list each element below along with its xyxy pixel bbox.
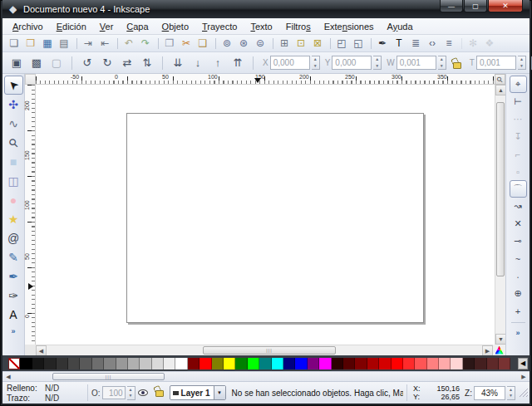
snap-rotation-center-button[interactable]: + (510, 302, 527, 320)
node-tool[interactable]: ✣ (4, 95, 23, 114)
palette-swatch[interactable] (8, 358, 20, 369)
save-button[interactable]: ▦ (39, 36, 56, 51)
canvas[interactable] (36, 85, 495, 345)
palette-swatch[interactable] (355, 358, 367, 369)
snapbar-overflow-chevron[interactable]: » (515, 329, 520, 337)
snap-smooth-nodes-button[interactable]: ~ (510, 250, 527, 267)
snap-enable-button[interactable]: ⌖ (510, 76, 527, 93)
palette-swatch[interactable] (392, 358, 403, 369)
star-tool[interactable]: ★ (4, 209, 23, 228)
menu-objeto[interactable]: Objeto (155, 20, 195, 33)
snap-midpoints-button[interactable]: ∙ (510, 267, 527, 285)
palette-swatch[interactable] (32, 358, 44, 369)
vertical-scroll-track[interactable] (495, 95, 505, 334)
height-input[interactable]: 0,001 (476, 56, 516, 70)
snap-bbox-edges-button[interactable]: ⋯ (510, 110, 527, 128)
title-bar[interactable]: ◆ Documento nuevo 4 - Inkscape — ▢ ✕ (2, 0, 530, 18)
print-button[interactable]: ▤ (56, 36, 72, 51)
palette-scroll-track[interactable]: ||| (14, 372, 518, 381)
select-all-button[interactable]: ▣ (7, 54, 26, 71)
palette-scroll-left-icon[interactable]: ◀ (518, 358, 528, 369)
snap-object-centers-button[interactable]: ⊕ (510, 285, 527, 302)
zoom-selection-button[interactable]: ⊚ (219, 36, 235, 51)
new-document-button[interactable]: ❏ (6, 36, 22, 51)
xml-editor-button[interactable]: ‹› (424, 36, 441, 51)
palette-scrollbar[interactable]: ◀ ||| ▶ (2, 371, 530, 381)
palette-swatch[interactable] (140, 358, 151, 369)
rotate-ccw-button[interactable]: ↺ (78, 54, 96, 71)
layers-dialog-button[interactable]: ≣ (407, 36, 424, 51)
deselect-button[interactable]: ▢ (47, 54, 66, 71)
menu-archivo[interactable]: Archivo (6, 20, 50, 33)
create-clone-button[interactable]: ⊡ (293, 36, 309, 51)
palette-swatch[interactable] (104, 358, 116, 369)
lock-ratio-icon[interactable] (453, 62, 461, 69)
rectangle-tool[interactable]: ■ (4, 152, 23, 171)
menu-extensiones[interactable]: Extensiones (318, 20, 381, 33)
width-spinner[interactable]: ▲▼ (438, 56, 446, 70)
palette-swatch[interactable] (92, 358, 104, 369)
palette-swatch[interactable] (272, 358, 283, 369)
palette-swatch[interactable] (343, 358, 355, 369)
palette-swatch[interactable] (44, 358, 56, 369)
palette-swatch[interactable] (128, 358, 140, 369)
x-input[interactable]: 0,000 (270, 56, 310, 70)
group-button[interactable]: ◰ (333, 36, 350, 51)
horizontal-scroll-track[interactable]: ||| (47, 345, 482, 355)
text-dialog-button[interactable]: T (391, 36, 407, 51)
palette-swatch[interactable] (415, 358, 426, 369)
pencil-tool[interactable]: ✎ (4, 247, 23, 267)
raise-button[interactable]: ↑ (209, 54, 227, 71)
palette-swatch[interactable] (175, 358, 187, 369)
menu-texto[interactable]: Texto (244, 20, 278, 33)
maximize-button[interactable]: ▢ (464, 0, 487, 12)
resize-grip[interactable] (520, 389, 528, 397)
zoom-tool[interactable]: ⚲ (4, 133, 23, 152)
snap-bbox-centers-button[interactable]: ▫ (510, 163, 527, 180)
palette-swatch[interactable] (259, 358, 271, 369)
palette-swatch[interactable] (283, 358, 295, 369)
unlink-clone-button[interactable]: ⊠ (309, 36, 326, 51)
cut-button[interactable]: ✂ (178, 36, 195, 51)
vertical-scrollbar[interactable]: ▲ ▼ (495, 85, 505, 345)
palette-scroll-arrow-left-icon[interactable]: ◀ (2, 372, 14, 381)
zoom-spinner[interactable]: ▲▼ (507, 386, 515, 400)
palette-swatch[interactable] (68, 358, 80, 369)
lower-to-bottom-button[interactable]: ⇊ (169, 54, 187, 71)
align-dialog-button[interactable]: ≡ (441, 36, 457, 51)
palette-swatch[interactable] (235, 358, 247, 369)
menu-ayuda[interactable]: Ayuda (381, 20, 420, 33)
flip-horizontal-button[interactable]: ⇄ (118, 54, 136, 71)
snap-paths-button[interactable]: ↝ (510, 198, 527, 215)
layer-lock-icon[interactable] (155, 390, 164, 397)
menu-capa[interactable]: Capa (120, 20, 155, 33)
color-managed-display-toggle[interactable] (493, 345, 505, 355)
copy-button[interactable]: ❐ (161, 36, 178, 51)
spiral-tool[interactable]: @ (4, 228, 23, 247)
ungroup-button[interactable]: ◱ (350, 36, 367, 51)
menu-ver[interactable]: Ver (93, 20, 121, 33)
zoom-drawing-button[interactable]: ⊛ (235, 36, 252, 51)
text-tool[interactable]: A (4, 305, 23, 324)
palette-swatch[interactable] (499, 358, 510, 369)
box3d-tool[interactable]: ◫ (4, 171, 23, 190)
palette-swatch[interactable] (164, 358, 175, 369)
undo-button[interactable]: ↶ (121, 36, 137, 51)
lower-button[interactable]: ↓ (189, 54, 207, 71)
x-spinner[interactable]: ▲▼ (312, 56, 320, 70)
vertical-scroll-thumb[interactable] (496, 102, 505, 276)
palette-swatch[interactable] (57, 358, 68, 369)
palette-swatch[interactable] (427, 358, 439, 369)
snap-cusp-nodes-button[interactable]: ⊸ (510, 232, 527, 250)
select-all-layers-button[interactable]: ▩ (27, 54, 46, 71)
palette-swatch[interactable] (188, 358, 200, 369)
close-button[interactable]: ✕ (488, 0, 523, 12)
selector-tool[interactable]: ➤ (4, 76, 23, 95)
rotate-cw-button[interactable]: ↻ (98, 54, 116, 71)
palette-swatch[interactable] (224, 358, 235, 369)
sticky-zoom-button[interactable]: ⚲ (495, 74, 505, 85)
preferences-button[interactable]: ✻ (465, 36, 481, 51)
palette-scroll-thumb[interactable]: ||| (52, 373, 165, 380)
ruler-corner[interactable] (25, 74, 36, 85)
snap-path-intersections-button[interactable]: ✕ (510, 215, 527, 232)
